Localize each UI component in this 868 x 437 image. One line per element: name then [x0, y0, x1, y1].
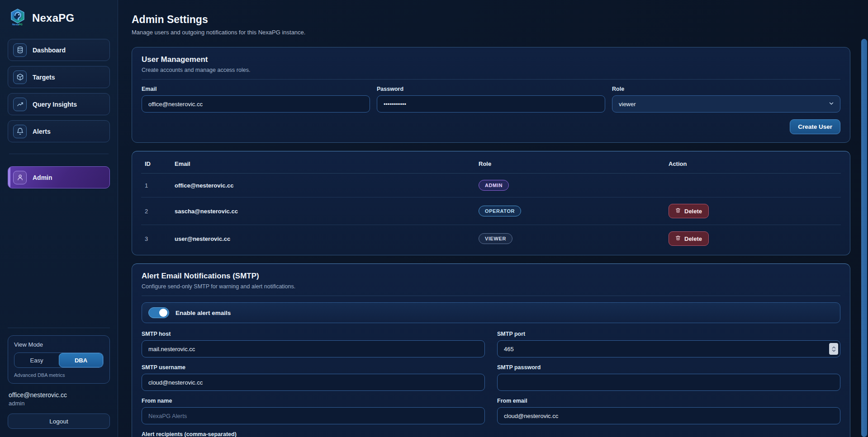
user-id: 3	[141, 225, 171, 253]
bell-icon	[13, 125, 27, 138]
view-mode-segment: Easy DBA	[14, 352, 104, 368]
enable-alert-emails-row: Enable alert emails	[142, 302, 840, 323]
from-email-field[interactable]	[497, 407, 840, 424]
sidebar-item-query-insights[interactable]: Query Insights	[8, 93, 110, 115]
brand: NexaPG NexaPG	[9, 8, 109, 28]
sidebar-spacer	[8, 193, 110, 328]
user-management-subtitle: Create accounts and manage access roles.	[142, 67, 840, 73]
column-header-action: Action	[665, 153, 841, 174]
user-email: office@nesterovic.cc	[171, 174, 475, 197]
email-field[interactable]	[142, 95, 370, 113]
role-badge-admin: ADMIN	[479, 180, 509, 191]
sidebar: NexaPG NexaPG Dashboard Targets	[0, 0, 118, 437]
email-field-group: Email	[142, 86, 370, 113]
smtp-username-field[interactable]	[142, 374, 485, 391]
divider	[142, 79, 840, 80]
smtp-username-group: SMTP username	[142, 364, 485, 391]
sidebar-item-alerts[interactable]: Alerts	[8, 120, 110, 142]
sidebar-divider	[9, 154, 109, 154]
user-management-card: User Management Create accounts and mana…	[132, 47, 850, 143]
password-field-group: Password	[377, 86, 605, 113]
sidebar-item-dashboard[interactable]: Dashboard	[8, 39, 110, 61]
action-cell	[665, 174, 841, 197]
sidebar-item-targets[interactable]: Targets	[8, 66, 110, 88]
current-user-role: admin	[9, 400, 109, 407]
create-user-button[interactable]: Create User	[790, 119, 840, 134]
delete-button-label: Delete	[684, 208, 702, 215]
smtp-port-field[interactable]	[497, 340, 840, 357]
app-title: NexaPG	[32, 12, 74, 24]
sidebar-item-label: Admin	[33, 174, 52, 181]
recipients-label: Alert recipients (comma-separated)	[142, 431, 485, 437]
number-spinner[interactable]	[829, 343, 838, 355]
users-table-card: ID Email Role Action 1 office@nesterovic…	[132, 151, 850, 255]
role-select-value: viewer	[619, 101, 636, 108]
starttls-group: Use STARTTLS	[497, 431, 840, 437]
from-name-field[interactable]	[142, 407, 485, 424]
sidebar-footer: View Mode Easy DBA Advanced DBA metrics …	[8, 328, 110, 429]
sidebar-item-label: Query Insights	[33, 101, 77, 108]
recipients-group: Alert recipients (comma-separated)	[142, 431, 485, 437]
role-badge-operator: OPERATOR	[479, 206, 521, 216]
trash-icon	[675, 207, 681, 215]
sidebar-item-admin[interactable]: Admin	[8, 166, 110, 188]
view-mode-hint: Advanced DBA metrics	[14, 372, 104, 378]
smtp-subtitle: Configure send-only SMTP for warning and…	[142, 283, 840, 290]
main-content: Admin Settings Manage users and outgoing…	[118, 0, 868, 437]
scrollbar-track[interactable]	[860, 0, 868, 437]
sidebar-item-label: Alerts	[33, 128, 51, 135]
user-icon	[13, 171, 27, 184]
cube-icon	[13, 70, 27, 84]
smtp-password-field[interactable]	[497, 374, 840, 391]
table-row: 3 user@nesterovic.cc VIEWER Delete	[141, 225, 841, 253]
create-user-form: Email Password Role viewer	[142, 86, 840, 113]
smtp-form-grid: SMTP host SMTP port SMTP username SMTP	[142, 331, 840, 437]
smtp-password-label: SMTP password	[497, 364, 840, 371]
user-email: user@nesterovic.cc	[171, 225, 475, 253]
view-mode-option-easy[interactable]: Easy	[14, 353, 59, 367]
table-row: 2 sascha@nesterovic.cc OPERATOR Delete	[141, 197, 841, 225]
enable-alert-emails-toggle[interactable]	[148, 307, 169, 318]
chevron-down-icon	[828, 100, 835, 108]
password-field[interactable]	[377, 95, 605, 113]
create-user-button-row: Create User	[142, 119, 840, 134]
enable-alert-emails-label: Enable alert emails	[175, 310, 231, 316]
logout-button[interactable]: Logout	[8, 414, 110, 429]
smtp-card: Alert Email Notifications (SMTP) Configu…	[132, 263, 850, 437]
smtp-host-label: SMTP host	[142, 331, 485, 337]
users-table: ID Email Role Action 1 office@nesterovic…	[141, 153, 841, 252]
role-field-group: Role viewer	[612, 86, 840, 113]
trash-icon	[675, 235, 681, 242]
user-id: 1	[141, 174, 171, 197]
page-title: Admin Settings	[132, 14, 850, 26]
column-header-id: ID	[141, 153, 171, 174]
column-header-email: Email	[171, 153, 475, 174]
from-name-group: From name	[142, 398, 485, 424]
delete-user-button[interactable]: Delete	[669, 204, 709, 218]
database-icon	[13, 43, 27, 57]
user-id: 2	[141, 197, 171, 225]
current-user-email: office@nesterovic.cc	[9, 391, 109, 399]
smtp-port-group: SMTP port	[497, 331, 840, 357]
view-mode-option-dba[interactable]: DBA	[59, 353, 103, 367]
smtp-host-field[interactable]	[142, 340, 485, 357]
column-header-role: Role	[475, 153, 665, 174]
from-name-label: From name	[142, 398, 485, 404]
password-label: Password	[377, 86, 605, 92]
nexapg-logo-icon: NexaPG	[9, 8, 27, 28]
view-mode-box: View Mode Easy DBA Advanced DBA metrics	[8, 335, 110, 384]
scrollbar-thumb[interactable]	[861, 39, 867, 437]
table-header-row: ID Email Role Action	[141, 153, 841, 174]
sidebar-item-label: Dashboard	[33, 47, 66, 54]
user-email: sascha@nesterovic.cc	[171, 197, 475, 225]
svg-text:NexaPG: NexaPG	[12, 23, 23, 26]
sidebar-item-label: Targets	[33, 74, 55, 81]
role-select[interactable]: viewer	[612, 95, 840, 113]
from-email-group: From email	[497, 398, 840, 424]
smtp-port-label: SMTP port	[497, 331, 840, 337]
table-row: 1 office@nesterovic.cc ADMIN	[141, 174, 841, 197]
view-mode-label: View Mode	[14, 341, 104, 348]
delete-button-label: Delete	[684, 235, 702, 242]
smtp-password-group: SMTP password	[497, 364, 840, 391]
delete-user-button[interactable]: Delete	[669, 231, 709, 246]
